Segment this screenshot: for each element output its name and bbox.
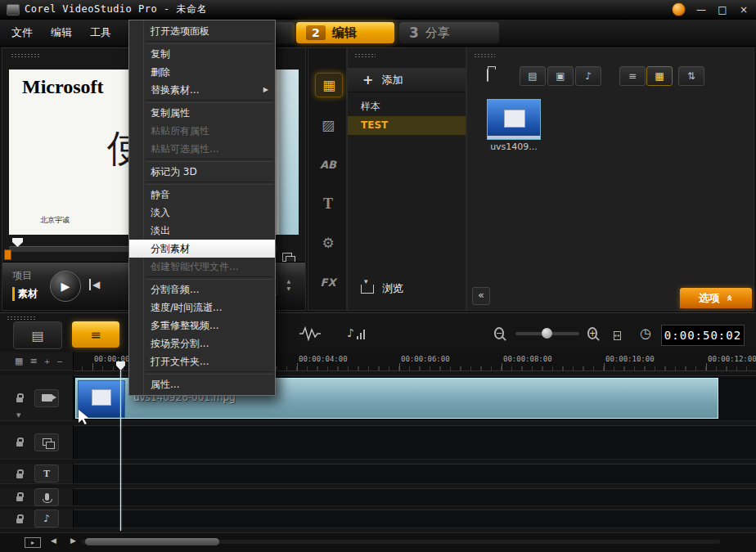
list-view-button[interactable]: ≡ xyxy=(619,66,646,86)
overlay-track[interactable] xyxy=(74,425,756,460)
trim-start-handle[interactable] xyxy=(4,249,11,260)
app-window: Corel VideoStudio Pro - 未命名 — □ × 文件 编辑 … xyxy=(0,0,756,552)
zoom-out-button[interactable]: − xyxy=(494,327,504,339)
track-caret-icon[interactable]: ▼ xyxy=(16,412,20,419)
media-thumbnail[interactable] xyxy=(487,99,541,140)
track-manager-icon[interactable]: ▦ xyxy=(15,356,23,366)
timeline-view-button[interactable]: ≡ xyxy=(72,321,119,348)
add-track-icon[interactable]: + xyxy=(44,357,51,366)
browse-button[interactable]: 浏览 xyxy=(348,277,466,300)
video-track-button[interactable] xyxy=(34,389,59,407)
menu-edit[interactable]: 编辑 xyxy=(39,20,83,46)
title-track-button[interactable]: T xyxy=(34,464,59,482)
filter-audio-button[interactable]: ♪ xyxy=(575,66,601,86)
grid-view-button[interactable]: ▦ xyxy=(646,66,673,86)
context-menu-item-multi-trim-video[interactable]: 多重修整视频... xyxy=(129,316,275,334)
fit-project-button[interactable]: ↔ xyxy=(614,329,621,340)
minimize-button[interactable]: — xyxy=(695,4,707,16)
context-menu-item-mute[interactable]: 静音 xyxy=(129,186,275,204)
lock-icon[interactable] xyxy=(16,442,23,447)
lock-icon[interactable] xyxy=(16,496,23,501)
t-glyph: T xyxy=(323,195,333,213)
context-menu-item-paste-optional-attributes: 粘贴可选属性... xyxy=(129,140,275,158)
scroll-left-button[interactable]: ◀ xyxy=(51,536,56,545)
spinner-down-icon[interactable]: ▼ xyxy=(286,285,290,292)
maximize-button[interactable]: □ xyxy=(717,4,728,16)
folder-item-samples[interactable]: 样本 xyxy=(348,97,466,116)
sound-mixer-icon[interactable]: ♪ xyxy=(347,326,365,339)
menu-item-label: 标记为 3D xyxy=(151,166,197,177)
track-list-icon[interactable]: ≡ xyxy=(29,356,37,366)
audio-waveform-icon[interactable] xyxy=(299,326,321,343)
music-track-button[interactable]: ♪ xyxy=(34,509,59,527)
add-folder-bar[interactable]: + 添加 xyxy=(348,68,466,92)
menu-tools[interactable]: 工具 xyxy=(79,20,123,46)
menu-item-label: 多重修整视频... xyxy=(151,320,218,331)
mode-project-label[interactable]: 项目 xyxy=(12,269,32,283)
storyboard-view-button[interactable]: ▤ xyxy=(13,321,62,349)
context-menu-item-copy-attributes[interactable]: 复制属性 xyxy=(129,104,275,122)
sort-button[interactable]: ⇅ xyxy=(678,66,704,86)
step-tab-share[interactable]: 3 分享 xyxy=(399,22,499,43)
overlay-track-button[interactable] xyxy=(34,433,59,451)
context-menu-item-mark-as-3d[interactable]: 标记为 3D xyxy=(129,163,275,181)
options-button[interactable]: 选项 « xyxy=(680,288,752,308)
context-menu-item-create-smart-proxy: 创建智能代理文件... xyxy=(129,258,275,276)
zoom-in-button[interactable]: + xyxy=(587,327,597,339)
zoom-slider-handle[interactable] xyxy=(542,328,552,339)
play-button[interactable]: ▶ xyxy=(50,271,81,302)
music-track[interactable] xyxy=(74,509,756,528)
home-button[interactable]: ◀ xyxy=(89,279,100,290)
filter-fx-icon[interactable]: FX xyxy=(315,271,341,294)
context-menu-item-fade-out[interactable]: 淡出 xyxy=(129,222,275,240)
context-menu-item-properties[interactable]: 属性... xyxy=(129,375,275,393)
scrollbar-thumb[interactable] xyxy=(85,538,219,545)
corel-guide-icon[interactable] xyxy=(672,2,686,16)
transition-ab-icon[interactable]: AB xyxy=(315,153,341,176)
folder-item-test[interactable]: TEST xyxy=(348,116,466,135)
playhead-line[interactable] xyxy=(120,370,121,531)
context-menu-item-split-clip[interactable]: 分割素材 xyxy=(129,240,275,258)
lock-icon[interactable] xyxy=(16,473,23,478)
filter-video-button[interactable]: ▤ xyxy=(520,66,546,86)
step-tab-edit[interactable]: 2 编辑 xyxy=(296,22,394,43)
voice-track[interactable] xyxy=(74,488,756,506)
context-menu-item-open-folder[interactable]: 打开文件夹... xyxy=(129,352,275,370)
context-menu-item-replace-clip[interactable]: 替换素材...▶ xyxy=(129,81,275,99)
context-menu-item-open-options-panel[interactable]: 打开选项面板 xyxy=(129,22,275,40)
remove-track-icon[interactable]: − xyxy=(56,357,63,366)
lock-icon[interactable] xyxy=(16,397,23,402)
menu-item-label: 分割素材 xyxy=(151,243,190,254)
context-menu-item-delete[interactable]: 删除 xyxy=(129,63,275,81)
folder-glyph xyxy=(487,69,488,82)
instant-project-glyph: ▨ xyxy=(322,117,335,133)
open-folder-icon[interactable] xyxy=(487,70,488,81)
close-button[interactable]: × xyxy=(738,4,749,16)
auto-scroll-icon[interactable]: ▸ xyxy=(25,537,41,548)
context-menu-item-fade-in[interactable]: 淡入 xyxy=(129,204,275,222)
timecode-spinner[interactable]: ▲ ▼ xyxy=(286,278,290,292)
menu-file[interactable]: 文件 xyxy=(0,20,44,46)
context-menu-item-copy[interactable]: 复制 xyxy=(129,45,275,63)
title-track[interactable] xyxy=(74,464,756,484)
spinner-up-icon[interactable]: ▲ xyxy=(286,278,290,285)
context-menu-item-speed-timelapse[interactable]: 速度/时间流逝... xyxy=(129,298,275,316)
mode-clip-label[interactable]: 素材 xyxy=(12,287,38,301)
menu-item-label: 淡入 xyxy=(151,207,170,218)
enlarge-preview-icon[interactable] xyxy=(282,253,292,262)
title-library-icon[interactable]: T xyxy=(315,192,341,215)
collapse-panel-button[interactable]: « xyxy=(472,287,490,305)
media-library-icon[interactable]: ▦ xyxy=(315,73,343,97)
plus-icon: + xyxy=(362,72,373,88)
voice-track-button[interactable] xyxy=(34,488,59,506)
instant-project-icon[interactable]: ▨ xyxy=(315,114,341,137)
context-menu-item-split-by-scene[interactable]: 按场景分割... xyxy=(129,334,275,352)
music-note-icon: ♪ xyxy=(43,513,50,524)
scroll-right-button[interactable]: ▶ xyxy=(70,536,76,545)
filter-photo-button[interactable]: ▣ xyxy=(547,66,574,86)
graphic-library-icon[interactable]: ⚙ xyxy=(315,231,341,254)
lock-icon[interactable] xyxy=(16,518,23,523)
duration-clock-button[interactable]: ◷ xyxy=(640,325,651,341)
clock-icon: ◷ xyxy=(640,325,651,341)
context-menu-item-split-audio[interactable]: 分割音频... xyxy=(129,280,275,298)
